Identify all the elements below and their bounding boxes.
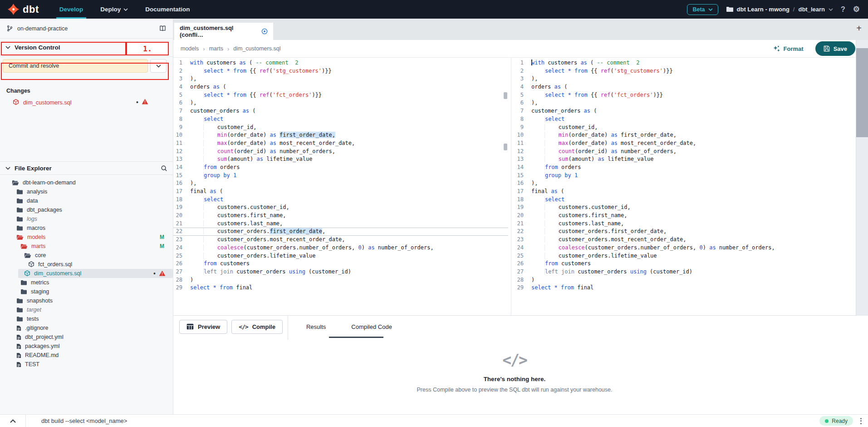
code-line[interactable]: 27 left join customer_orders using (cust… bbox=[511, 268, 856, 276]
commit-and-resolve-button[interactable]: Commit and resolve bbox=[3, 59, 148, 73]
branch-row[interactable]: on-demand-practice bbox=[0, 19, 173, 39]
tree-item-target[interactable]: target bbox=[0, 305, 173, 314]
code-line[interactable]: 22 customer_orders.first_order_date, bbox=[173, 228, 508, 236]
code-line[interactable]: 14 from orders bbox=[173, 164, 508, 172]
code-line[interactable]: 8 select bbox=[511, 115, 856, 124]
left-scrollbar-marker[interactable] bbox=[504, 144, 507, 150]
project-name[interactable]: dbt_learn bbox=[798, 6, 825, 13]
code-line[interactable]: 13 sum(amount) as lifetime_value bbox=[173, 155, 508, 164]
breadcrumb-models[interactable]: models bbox=[181, 45, 199, 52]
chevron-down-icon[interactable] bbox=[829, 8, 833, 11]
code-line[interactable]: 19 customers.customer_id, bbox=[511, 204, 856, 212]
code-line[interactable]: 3), bbox=[511, 75, 856, 83]
code-line[interactable]: 12 count(order_id) as number_of_orders, bbox=[511, 148, 856, 156]
code-line[interactable]: 7customer_orders as ( bbox=[173, 107, 508, 115]
code-line[interactable]: 15 group by 1 bbox=[511, 172, 856, 180]
book-icon[interactable] bbox=[159, 25, 167, 31]
editor-pane-left[interactable]: 1with customers as ( -- comment 22 selec… bbox=[173, 58, 508, 315]
breadcrumb-file[interactable]: dim_customers.sql bbox=[233, 45, 280, 52]
tree-item-dbt_packages[interactable]: dbt_packages bbox=[0, 205, 173, 214]
dbt-logo[interactable]: dbt bbox=[0, 3, 51, 15]
code-line[interactable]: 20 customers.first_name, bbox=[173, 212, 508, 220]
code-line[interactable]: 27 left join customer_orders using (cust… bbox=[173, 268, 508, 276]
code-line[interactable]: 16), bbox=[173, 179, 508, 188]
nav-item-documentation[interactable]: Documentation bbox=[137, 0, 198, 19]
code-line[interactable]: 26 from customers bbox=[511, 260, 856, 268]
version-control-header[interactable]: Version Control bbox=[0, 39, 173, 57]
code-line[interactable]: 2 select * from {{ ref('stg_customers')}… bbox=[511, 67, 856, 75]
beta-dropdown[interactable]: Beta bbox=[687, 4, 718, 15]
tab-results[interactable]: Results bbox=[297, 323, 335, 330]
nav-item-deploy[interactable]: Deploy bbox=[92, 0, 137, 19]
tab-compiled-code[interactable]: Compiled Code bbox=[342, 323, 401, 330]
code-line[interactable]: 13 sum(amount) as lifetime_value bbox=[511, 155, 856, 164]
code-line[interactable]: 6), bbox=[511, 99, 856, 107]
code-line[interactable]: 8 select bbox=[173, 115, 508, 124]
kebab-menu-icon[interactable] bbox=[858, 417, 863, 425]
code-line[interactable]: 21 customers.last_name, bbox=[173, 220, 508, 228]
tree-item-tests[interactable]: tests bbox=[0, 314, 173, 323]
code-line[interactable]: 9 customer_id, bbox=[173, 124, 508, 132]
code-line[interactable]: 24 coalesce(customer_orders.number_of_or… bbox=[511, 244, 856, 252]
commit-options-dropdown[interactable] bbox=[150, 59, 167, 73]
code-line[interactable]: 23 customer_orders.most_recent_order_dat… bbox=[173, 236, 508, 244]
tree-item-data[interactable]: data bbox=[0, 196, 173, 205]
save-button[interactable]: Save bbox=[815, 41, 855, 56]
tree-item-packages.yml[interactable]: packages.yml bbox=[0, 342, 173, 351]
editor-pane-right[interactable]: 1with customers as ( -- comment 22 selec… bbox=[511, 58, 856, 315]
search-icon[interactable] bbox=[161, 165, 167, 172]
gear-icon[interactable]: ⚙ bbox=[853, 5, 860, 14]
file-explorer-header[interactable]: File Explorer bbox=[0, 161, 173, 175]
code-line[interactable]: 11 max(order_date) as most_recent_order_… bbox=[173, 139, 508, 148]
code-line[interactable]: 4orders as ( bbox=[173, 83, 508, 91]
tree-item-TEST[interactable]: TEST bbox=[0, 360, 173, 369]
left-scrollbar-marker[interactable] bbox=[504, 92, 507, 99]
code-line[interactable]: 17final as ( bbox=[173, 188, 508, 196]
tree-item-README.md[interactable]: README.md bbox=[0, 351, 173, 360]
tree-item-fct_orders.sql[interactable]: fct_orders.sql bbox=[0, 260, 173, 269]
code-line[interactable]: 18 select bbox=[173, 196, 508, 204]
expand-command-bar-button[interactable] bbox=[0, 419, 25, 423]
tree-item-dbt-learn-on-demand[interactable]: dbt-learn-on-demand bbox=[0, 178, 173, 187]
tree-item-core[interactable]: core bbox=[0, 251, 173, 260]
code-line[interactable]: 3), bbox=[173, 75, 508, 83]
nav-item-develop[interactable]: Develop bbox=[51, 0, 92, 19]
tree-item-snapshots[interactable]: snapshots bbox=[0, 296, 173, 305]
new-tab-button[interactable]: + bbox=[853, 23, 864, 34]
code-line[interactable]: 12 count(order_id) as number_of_orders, bbox=[173, 148, 508, 156]
code-line[interactable]: 22 customer_orders.first_order_date, bbox=[511, 228, 856, 236]
code-line[interactable]: 1with customers as ( -- comment 2 bbox=[173, 59, 508, 67]
tree-item-metrics[interactable]: metrics bbox=[0, 278, 173, 287]
code-line[interactable]: 29select * from final bbox=[511, 284, 856, 292]
code-line[interactable]: 25 customer_orders.lifetime_value bbox=[173, 252, 508, 260]
code-line[interactable]: 11 max(order_date) as most_recent_order_… bbox=[511, 139, 856, 148]
code-line[interactable]: 21 customers.last_name, bbox=[511, 220, 856, 228]
code-line[interactable]: 15 group by 1 bbox=[173, 172, 508, 180]
tree-item-analysis[interactable]: analysis bbox=[0, 187, 173, 196]
tree-item-dim_customers.sql[interactable]: dim_customers.sql• bbox=[18, 269, 173, 278]
command-input[interactable]: dbt build --select <model_name> bbox=[26, 417, 127, 424]
code-line[interactable]: 9 customer_id, bbox=[511, 124, 856, 132]
code-line[interactable]: 10 min(order_date) as first_order_date, bbox=[173, 131, 508, 139]
code-line[interactable]: 5 select * from {{ ref('fct_orders')}} bbox=[511, 91, 856, 99]
editor-scrollbar-thumb[interactable] bbox=[856, 48, 868, 137]
code-line[interactable]: 14 from orders bbox=[511, 164, 856, 172]
code-line[interactable]: 10 min(order_date) as first_order_date, bbox=[511, 131, 856, 139]
preview-button[interactable]: Preview bbox=[179, 320, 227, 334]
code-line[interactable]: 16), bbox=[511, 179, 856, 188]
code-line[interactable]: 29select * from final bbox=[173, 284, 508, 292]
tree-item-staging[interactable]: staging bbox=[0, 287, 173, 296]
tree-item-marts[interactable]: martsM bbox=[0, 242, 173, 251]
code-line[interactable]: 6), bbox=[173, 99, 508, 107]
code-line[interactable]: 18 select bbox=[511, 196, 856, 204]
code-line[interactable]: 5 select * from {{ ref('fct_orders')}} bbox=[173, 91, 508, 99]
account-name[interactable]: dbt Learn - mwong bbox=[737, 6, 790, 13]
code-line[interactable]: 28) bbox=[173, 276, 508, 284]
breadcrumb-marts[interactable]: marts bbox=[209, 45, 223, 52]
code-line[interactable]: 1with customers as ( -- comment 2 bbox=[511, 59, 856, 67]
code-line[interactable]: 28) bbox=[511, 276, 856, 284]
code-line[interactable]: 20 customers.first_name, bbox=[511, 212, 856, 220]
changed-file-row[interactable]: dim_customers.sql • bbox=[0, 97, 173, 108]
code-line[interactable]: 7customer_orders as ( bbox=[511, 107, 856, 115]
compile-button[interactable]: </> Compile bbox=[231, 320, 283, 334]
